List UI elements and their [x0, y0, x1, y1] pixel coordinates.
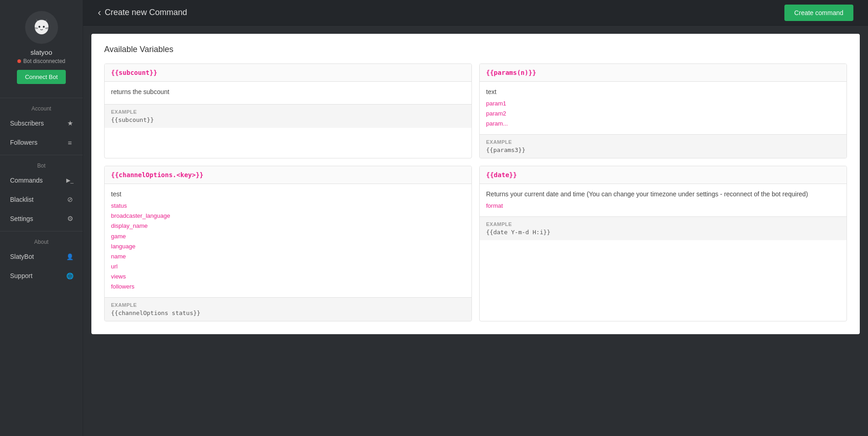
sidebar-item-blacklist-label: Blacklist [10, 196, 65, 203]
sidebar-item-followers[interactable]: Followers ≡ [0, 133, 83, 152]
user-icon: 👤 [65, 252, 74, 261]
list-icon: ≡ [65, 138, 74, 147]
var-example-channel-options: EXAMPLE {{channelOptions status}} [105, 297, 471, 321]
status-dot [17, 59, 21, 63]
avatar [25, 11, 58, 44]
var-card-subcount-header: {{subcount}} [105, 64, 471, 82]
sidebar-item-slatybot-label: SlatyBot [10, 253, 65, 260]
sidebar-item-support[interactable]: Support 🌐 [0, 266, 83, 285]
var-description-channel-options: test [111, 189, 465, 199]
var-tag-param2: param2 [486, 109, 840, 119]
var-card-date-body: Returns your current date and time (You … [480, 184, 847, 216]
var-tag-language: language [111, 242, 465, 252]
ban-icon: ⊘ [65, 195, 74, 204]
sidebar-section-bot: Bot [0, 158, 83, 171]
variables-title: Available Variables [104, 45, 847, 54]
back-arrow-icon: ‹ [98, 7, 101, 19]
terminal-icon: ▶_ [65, 176, 74, 185]
var-example-label-params: EXAMPLE [486, 139, 840, 145]
var-tag-format: format [486, 201, 840, 211]
username: slatyoo [31, 48, 53, 56]
svg-point-0 [38, 26, 40, 28]
var-card-params: {{params(n)}} text param1 param2 param..… [479, 63, 847, 158]
sidebar-divider-3 [0, 231, 83, 231]
var-tag-broadcaster-language: broadcaster_language [111, 211, 465, 221]
var-tag-followers: followers [111, 282, 465, 292]
header-bar: ‹ Create new Command Create command [83, 0, 868, 26]
page-title: Create new Command [105, 8, 187, 17]
var-card-subcount-body: returns the subcount [105, 82, 471, 104]
svg-point-1 [42, 26, 44, 28]
var-card-subcount: {{subcount}} returns the subcount EXAMPL… [104, 63, 472, 158]
var-tag-paramdots: param... [486, 119, 840, 129]
var-example-label-date: EXAMPLE [486, 221, 840, 227]
var-card-channel-options-header: {{channelOptions.<key>}} [105, 166, 471, 184]
var-tag-display-name: display_name [111, 221, 465, 231]
var-card-params-body: text param1 param2 param... [480, 82, 847, 134]
sidebar-item-commands-label: Commands [10, 177, 65, 184]
bot-status-text: Bot disconnected [23, 58, 65, 64]
sidebar-item-commands[interactable]: Commands ▶_ [0, 171, 83, 190]
sidebar-item-subscribers[interactable]: Subscribers ★ [0, 114, 83, 133]
var-name-date: {{date}} [486, 171, 517, 179]
var-card-date-header: {{date}} [480, 166, 847, 184]
globe-icon: 🌐 [65, 271, 74, 280]
sidebar-item-settings[interactable]: Settings ⚙ [0, 209, 83, 228]
var-card-params-header: {{params(n)}} [480, 64, 847, 82]
create-command-button[interactable]: Create command [784, 5, 853, 21]
var-description-params: text [486, 87, 840, 97]
star-icon: ★ [65, 119, 74, 128]
var-tag-views: views [111, 272, 465, 282]
var-example-value-params: {{params3}} [486, 147, 840, 153]
var-description-subcount: returns the subcount [111, 87, 465, 97]
back-button[interactable]: ‹ Create new Command [98, 7, 187, 19]
sidebar-divider-2 [0, 155, 83, 155]
var-card-channel-options-body: test status broadcaster_language display… [105, 184, 471, 297]
sidebar-item-subscribers-label: Subscribers [10, 120, 65, 127]
var-example-params: EXAMPLE {{params3}} [480, 134, 847, 158]
var-tag-param1: param1 [486, 99, 840, 109]
var-example-date: EXAMPLE {{date Y-m-d H:i}} [480, 216, 847, 240]
var-tag-name: name [111, 252, 465, 262]
sidebar-divider-1 [0, 98, 83, 98]
var-name-channel-options: {{channelOptions.<key>}} [111, 171, 203, 179]
variables-section: Available Variables {{subcount}} returns… [91, 34, 860, 334]
sidebar-item-support-label: Support [10, 272, 65, 279]
sidebar-section-about: About [0, 234, 83, 247]
var-tag-game: game [111, 231, 465, 242]
gear-icon: ⚙ [65, 214, 74, 223]
var-example-value-date: {{date Y-m-d H:i}} [486, 229, 840, 236]
var-example-value-subcount: {{subcount}} [111, 116, 465, 123]
var-name-subcount: {{subcount}} [111, 69, 157, 76]
sidebar-section-account: Account [0, 101, 83, 114]
var-tag-status: status [111, 201, 465, 211]
sidebar-item-settings-label: Settings [10, 215, 65, 222]
bot-status-indicator: Bot disconnected [17, 58, 65, 64]
var-description-date: Returns your current date and time (You … [486, 189, 840, 199]
sidebar: slatyoo Bot disconnected Connect Bot Acc… [0, 0, 83, 436]
var-card-date: {{date}} Returns your current date and t… [479, 166, 847, 321]
var-example-subcount: EXAMPLE {{subcount}} [105, 104, 471, 128]
sidebar-item-blacklist[interactable]: Blacklist ⊘ [0, 190, 83, 209]
var-tag-url: url [111, 262, 465, 272]
var-card-channel-options: {{channelOptions.<key>}} test status bro… [104, 166, 472, 321]
sidebar-item-slatybot[interactable]: SlatyBot 👤 [0, 247, 83, 266]
sidebar-item-followers-label: Followers [10, 139, 65, 146]
main-content: ‹ Create new Command Create command Avai… [83, 0, 868, 436]
variables-grid: {{subcount}} returns the subcount EXAMPL… [104, 63, 847, 321]
var-example-label-channel-options: EXAMPLE [111, 302, 465, 308]
cat-icon [32, 17, 52, 37]
var-example-label-subcount: EXAMPLE [111, 109, 465, 115]
var-name-params: {{params(n)}} [486, 69, 536, 76]
connect-bot-button[interactable]: Connect Bot [17, 70, 66, 84]
var-example-value-channel-options: {{channelOptions status}} [111, 310, 465, 316]
